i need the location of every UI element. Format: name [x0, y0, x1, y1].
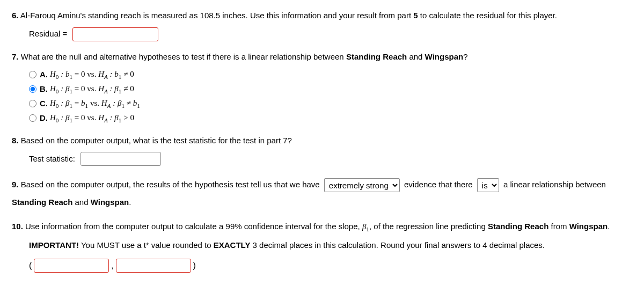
q9-bold1: Standing Reach — [12, 198, 72, 207]
q10-ci-row: ( , ) — [29, 259, 632, 273]
close-paren: ) — [193, 259, 196, 272]
q8-number: 8. — [12, 136, 19, 145]
q7-math-b: H0 : β1 = 0 vs. HA : β1 ≠ 0 — [50, 83, 134, 96]
q9-text-row: 9. Based on the computer output, the res… — [12, 180, 606, 207]
test-statistic-input[interactable] — [80, 152, 161, 166]
q10-beta: β1 — [362, 222, 369, 231]
q8-label: Test statistic: — [29, 153, 75, 165]
ci-upper-input[interactable] — [116, 259, 191, 273]
evidence-is-select[interactable]: is — [477, 178, 499, 192]
q10-bold2: Wingspan — [569, 222, 608, 231]
q9-number: 9. — [12, 180, 19, 189]
q10-text-row: 10. Use information from the computer ou… — [12, 221, 632, 234]
q9-text-b: evidence that there — [404, 180, 475, 189]
q7-text-b: and — [407, 52, 425, 61]
q7-bold2: Wingspan — [425, 52, 464, 61]
q10-text-b: , of the regression line predicting — [369, 222, 488, 231]
q8-input-row: Test statistic: — [29, 152, 632, 166]
q7-option-a[interactable]: A. H0 : b1 = 0 vs. HA : b1 ≠ 0 — [29, 68, 632, 82]
q6-number: 6. — [12, 11, 19, 20]
q10-important-label: IMPORTANT! — [29, 240, 79, 250]
question-9: 9. Based on the computer output, the res… — [12, 176, 632, 211]
q7-text-c: ? — [463, 52, 467, 61]
q7-radio-b[interactable] — [29, 85, 36, 93]
q7-option-d[interactable]: D. H0 : β1 = 0 vs. HA : β1 > 0 — [29, 112, 632, 125]
q7-number: 7. — [12, 52, 19, 61]
q9-text-d: and — [72, 198, 90, 207]
q8-text-row: 8. Based on the computer output, what is… — [12, 135, 632, 147]
residual-input[interactable] — [72, 27, 158, 41]
q7-option-b[interactable]: B. H0 : β1 = 0 vs. HA : β1 ≠ 0 — [29, 83, 632, 96]
q6-input-row: Residual = — [29, 27, 632, 41]
q10-important: IMPORTANT! You MUST use a t* value round… — [29, 239, 632, 252]
q7-radio-a[interactable] — [29, 71, 36, 78]
q6-label: Residual = — [29, 28, 67, 40]
question-8: 8. Based on the computer output, what is… — [12, 135, 632, 166]
q7-option-c[interactable]: C. H0 : β1 = b1 vs. HA : β1 ≠ b1 — [29, 97, 632, 111]
q6-text-a: Al-Farouq Aminu's standing reach is meas… — [19, 11, 414, 20]
ci-comma: , — [111, 260, 113, 272]
evidence-strength-select[interactable]: extremely strong — [324, 178, 400, 192]
open-paren: ( — [29, 259, 32, 272]
q6-text-b: to calculate the residual for this playe… — [418, 11, 557, 20]
question-7: 7. What are the null and alternative hyp… — [12, 51, 632, 125]
ci-lower-input[interactable] — [34, 259, 109, 273]
q9-text-e: . — [129, 198, 131, 207]
q10-important-bold: EXACTLY — [214, 240, 251, 250]
q7-math-d: H0 : β1 = 0 vs. HA : β1 > 0 — [50, 112, 134, 125]
q10-text-d: . — [608, 222, 610, 231]
q7-letter-b: B. — [40, 83, 48, 96]
q7-letter-d: D. — [40, 112, 48, 125]
q9-text-a: Based on the computer output, the result… — [19, 180, 322, 189]
q10-number: 10. — [12, 222, 23, 231]
q10-text-c: from — [548, 222, 569, 231]
q7-letter-c: C. — [40, 98, 48, 110]
q6-text: 6. Al-Farouq Aminu's standing reach is m… — [12, 10, 632, 22]
q10-text-a: Use information from the computer output… — [23, 222, 362, 231]
q7-math-a: H0 : b1 = 0 vs. HA : b1 ≠ 0 — [50, 68, 134, 82]
q7-math-c: H0 : β1 = b1 vs. HA : β1 ≠ b1 — [50, 97, 140, 111]
q7-bold1: Standing Reach — [346, 52, 407, 61]
q8-text: Based on the computer output, what is th… — [19, 136, 292, 145]
question-6: 6. Al-Farouq Aminu's standing reach is m… — [12, 10, 632, 41]
q10-important-b: 3 decimal places in this calculation. Ro… — [250, 240, 545, 250]
q10-important-a: You MUST use a t* value rounded to — [79, 240, 214, 250]
q9-text-c: a linear relationship between — [503, 180, 606, 189]
q7-radio-d[interactable] — [29, 114, 36, 122]
q9-bold2: Wingspan — [91, 198, 129, 207]
q7-text: 7. What are the null and alternative hyp… — [12, 51, 632, 63]
q7-text-a: What are the null and alternative hypoth… — [19, 52, 346, 61]
q6-part-ref: 5 — [413, 11, 418, 20]
q7-radio-c[interactable] — [29, 100, 36, 107]
q10-bold1: Standing Reach — [488, 222, 548, 231]
q7-letter-a: A. — [40, 69, 48, 81]
q7-options: A. H0 : b1 = 0 vs. HA : b1 ≠ 0 B. H0 : β… — [29, 68, 632, 125]
question-10: 10. Use information from the computer ou… — [12, 221, 632, 273]
